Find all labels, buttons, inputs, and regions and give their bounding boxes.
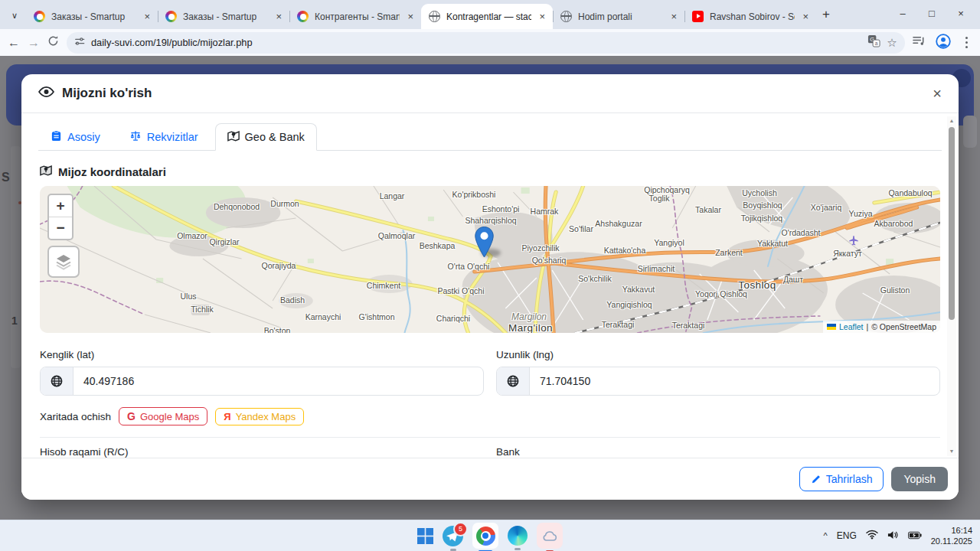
map-place-label: Tichlik [191,305,213,314]
leaflet-link[interactable]: Leaflet [839,322,864,331]
close-modal-button[interactable]: Yopish [891,467,948,491]
map-place-label: Marg'ilon [508,322,553,334]
tab-strip-tabs: Заказы - Smartup×Заказы - Smartup×Контра… [26,0,816,29]
map-place-label: Дашт [783,275,803,284]
browser-navbar: ← → daily-suvi.com/19l/public/mijozlar.p… [0,29,980,56]
browser-tab[interactable]: Ravshan Sobirov - Sen Yig× [684,4,816,29]
tab-search-icon[interactable]: ∨ [6,7,23,24]
map-place-label: Teraktagi [602,320,635,329]
map-place-label: Xo'jaariq [811,203,842,212]
browser-tab[interactable]: Заказы - Smartup× [158,4,289,29]
map-place-label: O'rdadasht [781,228,820,237]
map-marker-icon[interactable] [475,227,494,261]
zoom-out-button[interactable]: − [49,217,72,239]
modal-tab-rekvizitlar[interactable]: Rekvizitlar [117,123,211,151]
modal-tab-asosiy[interactable]: Asosiy [38,123,113,151]
osm-link[interactable]: © OpenStreetMap [871,322,936,331]
map-pin-icon [40,165,52,178]
lat-input[interactable]: 40.497186 [74,367,483,395]
window-maximize-button[interactable]: □ [917,8,946,19]
google-maps-button[interactable]: G Google Maps [119,407,207,425]
map-place-label: Olmazor [177,231,207,240]
browser-tab[interactable]: Kontragentlar — stacked n× [421,4,553,29]
translate-icon[interactable]: Ga [867,34,880,51]
map-icon [227,130,240,144]
youtube-favicon-icon [692,11,704,22]
map-place-label: Piyozchilik [521,243,559,253]
modal-close-icon[interactable]: × [933,85,942,103]
background-text-s: S [2,171,10,184]
open-map-label: Xaritada ochish [40,411,111,422]
map-place-label: So'filar [569,224,593,233]
tab-title: Ravshan Sobirov - Sen Yig [710,11,795,22]
site-settings-icon[interactable] [74,36,85,50]
lat-label: Kenglik (lat) [40,349,484,360]
edit-button[interactable]: Tahrirlash [799,467,884,491]
new-tab-button[interactable]: + [822,7,830,22]
telegram-icon[interactable]: 5 [443,526,463,546]
yandex-maps-button[interactable]: Я Yandex Maps [215,408,304,425]
pencil-icon [811,474,821,484]
taskbar: 5 ^ ENG 16:14 20.11.2025 [0,520,980,551]
start-button[interactable] [417,528,433,544]
profile-avatar-icon[interactable] [936,34,951,52]
url-bar[interactable]: daily-suvi.com/19l/public/mijozlar.php G… [67,32,905,54]
tray-chevron-icon[interactable]: ^ [824,531,828,540]
scrollbar-thumb[interactable] [949,127,955,320]
battery-icon[interactable] [908,529,922,543]
map-attribution: Leaflet | © OpenStreetMap [823,321,940,333]
cloud-app-icon[interactable] [537,523,563,549]
wifi-icon[interactable] [866,529,878,543]
language-indicator[interactable]: ENG [837,530,857,541]
scroll-down-icon[interactable]: ▼ [949,447,955,456]
smartup-favicon-icon [297,11,309,22]
map-place-label: Langar [380,191,405,201]
edge-icon[interactable] [508,526,528,546]
tab-close-icon[interactable]: × [669,11,678,22]
scroll-up-icon[interactable]: ▲ [949,116,955,126]
browser-tab[interactable]: Заказы - Smartup× [26,4,158,29]
map-place-label: Badish [280,295,305,305]
map-place-label: Sirlimachit [638,264,675,273]
browser-tab[interactable]: Hodim portali× [553,4,684,29]
lng-input[interactable]: 71.704150 [530,367,939,395]
globe-favicon-icon [560,11,572,22]
leaflet-map[interactable]: DehqonobodDurmonLangarKo'prikboshiEshont… [40,186,940,333]
map-place-label: Toglik [649,194,670,203]
side-panel-icon[interactable] [913,35,926,50]
bookmark-star-icon[interactable]: ☆ [887,36,897,50]
airport-icon [848,235,859,249]
bank-label: Bank [496,446,940,458]
tab-close-icon[interactable]: × [142,11,152,22]
tab-close-icon[interactable]: × [537,11,547,22]
refresh-button[interactable] [47,35,59,50]
window-minimize-button[interactable]: – [888,8,917,19]
taskbar-clock[interactable]: 16:14 20.11.2025 [931,525,972,547]
window-close-button[interactable]: × [946,8,975,19]
map-place-label: Dehqonobod [214,202,260,211]
tab-close-icon[interactable]: × [274,11,283,22]
volume-icon[interactable] [887,529,899,543]
tab-close-icon[interactable]: × [406,11,415,22]
page-overlay: S 1 Mijozni ko'rish × AsosiyRekvizitlarG… [0,56,980,520]
map-layers-button[interactable] [47,246,80,278]
browser-tab[interactable]: Контрагенты - Smartup× [289,4,421,29]
modal-scrollbar[interactable]: ▲ ▼ [947,116,956,456]
map-place-label: Tojikqishloq [741,214,782,223]
background-panel [11,146,21,368]
back-button[interactable]: ← [8,36,20,50]
map-place-label: Yangiqishloq [606,300,652,309]
forward-button[interactable]: → [28,36,40,50]
map-place-label: Teraktagi [672,321,705,330]
map-place-label: Durmon [270,199,299,208]
map-place-label: Yakkavut [622,285,655,294]
modal-body: Mijoz koordinatalari [21,151,959,468]
tab-close-icon[interactable]: × [801,11,810,22]
zoom-in-button[interactable]: + [49,195,72,217]
url-text[interactable]: daily-suvi.com/19l/public/mijozlar.php [91,37,861,48]
chrome-icon[interactable] [472,523,498,549]
section-title-wrap: Mijoz koordinatalari [40,165,940,178]
modal-tab-geo-bank[interactable]: Geo & Bank [215,123,317,151]
browser-menu-icon[interactable] [965,41,968,44]
lng-input-group: 71.704150 [496,367,940,396]
